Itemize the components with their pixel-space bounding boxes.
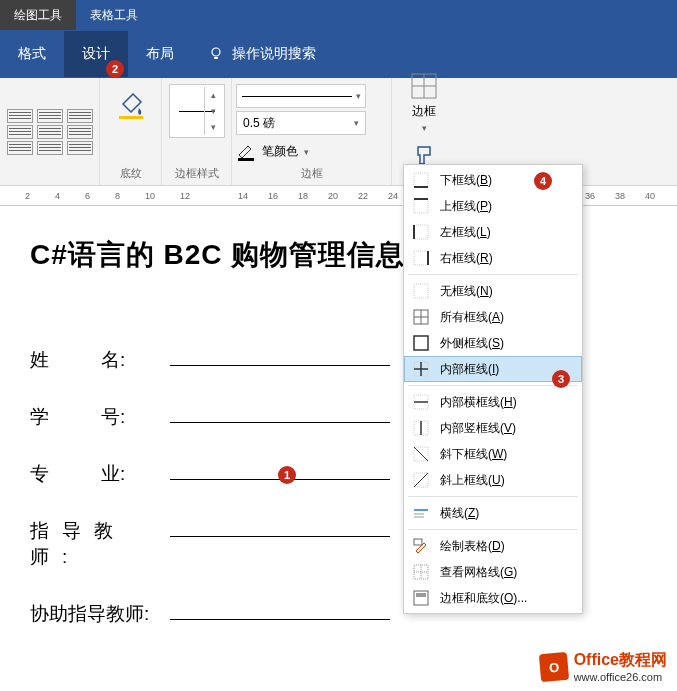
border-right-icon [412,249,430,267]
svg-point-0 [212,48,220,56]
menu-item-label: 上框线(P) [440,198,574,215]
weight-value: 0.5 磅 [243,115,275,132]
menu-item-label: 所有框线(A) [440,309,574,326]
form-input-student-id[interactable] [170,401,390,423]
svg-line-30 [414,473,428,487]
svg-rect-34 [414,539,422,545]
svg-rect-15 [414,284,428,298]
title-tab-table-tools[interactable]: 表格工具 [76,0,152,30]
menu-item-right[interactable]: 右框线(R) [404,245,582,271]
border-diag-up-icon [412,471,430,489]
menu-item-hline[interactable]: 横线(Z) [404,500,582,526]
annotation-badge-1: 1 [278,466,296,484]
border-inside-icon [412,360,430,378]
border-diag-down-icon [412,445,430,463]
annotation-badge-3: 3 [552,370,570,388]
svg-line-28 [414,447,428,461]
watermark: O Office教程网 www.office26.com [540,650,667,683]
menu-item-all[interactable]: 所有框线(A) [404,304,582,330]
shading-label[interactable]: 底纹 [120,164,142,181]
menu-item-label: 查看网格线(G) [440,564,574,581]
form-input-advisor[interactable] [170,515,390,537]
border-bottom-icon [412,171,430,189]
menu-item-draw[interactable]: 绘制表格(D) [404,533,582,559]
svg-rect-9 [414,199,428,213]
border-all-icon [412,308,430,326]
border-style-selector[interactable]: ▴▾▾ [169,84,225,138]
annotation-badge-4: 4 [534,172,552,190]
menu-item-dialog[interactable]: 边框和底纹(O)... [404,585,582,611]
borders-group-label: 边框 [236,164,387,181]
menu-item-label: 外侧框线(S) [440,335,574,352]
line-style-preview[interactable]: ▾ [236,84,366,108]
border-draw-icon [412,537,430,555]
menu-item-left[interactable]: 左框线(L) [404,219,582,245]
menu-item-label: 内部竖框线(V) [440,420,574,437]
menu-item-label: 下框线(B) [440,172,574,189]
border-v-inside-icon [412,419,430,437]
svg-rect-1 [119,116,143,119]
menu-item-label: 横线(Z) [440,505,574,522]
chevron-down-icon: ▾ [422,123,427,133]
watermark-url: www.office26.com [574,671,667,683]
menu-item-none[interactable]: 无框线(N) [404,278,582,304]
pen-color-label: 笔颜色 [262,143,298,160]
tell-me-label: 操作说明搜索 [232,45,316,63]
border-btn-label: 边框 [412,103,436,120]
menu-item-label: 左框线(L) [440,224,574,241]
menu-item-label: 无框线(N) [440,283,574,300]
shading-bucket-icon[interactable] [113,86,149,122]
menu-item-top[interactable]: 上框线(P) [404,193,582,219]
menu-item-label: 边框和底纹(O)... [440,590,574,607]
menu-separator [408,274,578,275]
title-tab-drawing-tools[interactable]: 绘图工具 [0,0,76,30]
menu-item-label: 绘制表格(D) [440,538,574,555]
chevron-down-icon: ▾ [304,147,309,157]
borders-dropdown-button[interactable]: 边框 ▾ [400,68,448,137]
menu-item-h-inside[interactable]: 内部横框线(H) [404,389,582,415]
tab-format[interactable]: 格式 [0,31,64,77]
menu-item-label: 内部横框线(H) [440,394,574,411]
tab-layout[interactable]: 布局 [128,31,192,77]
line-weight-select[interactable]: 0.5 磅 ▾ [236,111,366,135]
border-grid-icon [410,72,438,100]
menu-separator [408,385,578,386]
chevron-down-icon: ▾ [354,118,359,128]
svg-rect-7 [414,173,428,187]
border-grid-icon [412,563,430,581]
menu-item-label: 斜下框线(W) [440,446,574,463]
pen-icon [236,143,256,161]
form-input-name[interactable] [170,344,390,366]
border-styles-label: 边框样式 [175,164,219,181]
borders-dropdown-menu: 下框线(B)上框线(P)左框线(L)右框线(R)无框线(N)所有框线(A)外侧框… [403,164,583,614]
menu-item-diag-down[interactable]: 斜下框线(W) [404,441,582,467]
svg-rect-2 [238,158,254,161]
border-styles-gallery[interactable] [0,78,100,185]
menu-item-label: 斜上框线(U) [440,472,574,489]
svg-rect-19 [414,336,428,350]
watermark-title: Office教程网 [574,650,667,671]
form-input-co-advisor[interactable] [170,598,390,620]
watermark-logo: O [538,651,568,681]
svg-rect-39 [416,593,426,597]
menu-item-label: 右框线(R) [440,250,574,267]
border-none-icon [412,282,430,300]
menu-separator [408,496,578,497]
tell-me-search[interactable]: 操作说明搜索 [192,45,332,63]
border-left-icon [412,223,430,241]
border-hline-icon [412,504,430,522]
menu-separator [408,529,578,530]
menu-item-outside[interactable]: 外侧框线(S) [404,330,582,356]
border-dialog-icon [412,589,430,607]
border-h-inside-icon [412,393,430,411]
lightbulb-icon [208,46,224,62]
svg-rect-13 [414,251,428,265]
svg-rect-11 [414,225,428,239]
pen-color-button[interactable]: 笔颜色 ▾ [236,143,387,161]
border-outside-icon [412,334,430,352]
border-top-icon [412,197,430,215]
menu-item-diag-up[interactable]: 斜上框线(U) [404,467,582,493]
menu-item-bottom[interactable]: 下框线(B) [404,167,582,193]
menu-item-v-inside[interactable]: 内部竖框线(V) [404,415,582,441]
menu-item-grid[interactable]: 查看网格线(G) [404,559,582,585]
